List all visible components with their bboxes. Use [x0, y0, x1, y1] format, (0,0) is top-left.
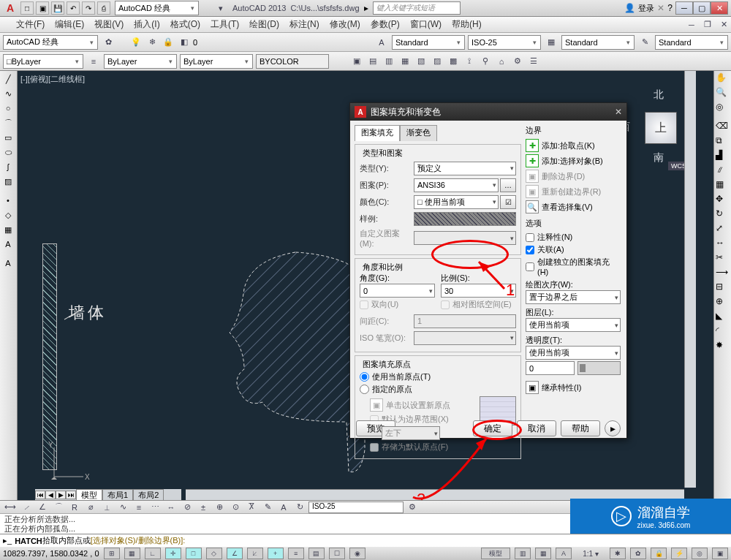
copy-icon[interactable]: ⧉ [716, 135, 729, 148]
insert-block-icon[interactable]: ▣ [349, 54, 364, 69]
dim-baseline-icon[interactable]: ≡ [132, 500, 146, 515]
inherit-icon[interactable]: ▣ [526, 381, 539, 394]
measure-icon[interactable]: ⟟ [462, 54, 477, 69]
rectangle-icon[interactable]: ▭ [1, 131, 15, 144]
qp-icon[interactable]: ☐ [329, 548, 345, 559]
layer-color-icon[interactable]: ◧ [177, 35, 192, 50]
help-button[interactable]: 帮助 [561, 420, 600, 436]
swatch-preview[interactable] [414, 212, 516, 226]
scale-combo[interactable]: 30▾ [441, 284, 516, 298]
color-combo[interactable]: □ ByLayer▾ [3, 54, 83, 69]
tab-gradient[interactable]: 渐变色 [400, 125, 437, 141]
app-icon[interactable]: A [3, 1, 18, 15]
center-mark-icon[interactable]: ⊕ [212, 500, 227, 515]
group-icon[interactable]: ▨ [430, 54, 444, 69]
associative-check[interactable] [526, 246, 534, 254]
cleanscreen-icon[interactable]: ▣ [712, 548, 728, 559]
signin-icon[interactable]: 👤 [624, 3, 635, 13]
text-style-icon[interactable]: A [374, 35, 389, 50]
trim-icon[interactable]: ✂ [716, 252, 729, 265]
color-picker-button[interactable]: ☑ [500, 195, 516, 209]
tab-next-icon[interactable]: ▶ [56, 491, 66, 499]
dialog-close-icon[interactable]: ✕ [615, 107, 622, 117]
lwt-icon[interactable]: ≡ [288, 548, 304, 559]
layer-tool-icon[interactable]: ≡ [86, 54, 101, 69]
mleader-style-icon[interactable]: ✎ [637, 35, 652, 50]
arc-icon[interactable]: ⌒ [1, 116, 15, 129]
angle-combo[interactable]: 0▾ [360, 284, 435, 298]
text-tool-icon[interactable]: A [1, 257, 15, 270]
qat-print-icon[interactable]: ⎙ [97, 1, 110, 15]
dim-style-combo[interactable]: ISO-25▾ [468, 35, 541, 50]
layer-combo-dlg[interactable]: 使用当前项▾ [526, 318, 621, 332]
sc-icon[interactable]: ◉ [349, 548, 366, 559]
layer-freeze-icon[interactable]: ❄ [145, 35, 159, 50]
text-style-combo[interactable]: Standard▾ [392, 35, 465, 50]
orbit-icon[interactable]: ◎ [716, 102, 729, 115]
menu-help[interactable]: 帮助(H) [452, 18, 482, 31]
line-icon[interactable]: ╱ [1, 72, 15, 86]
layer-lock-icon[interactable]: 🔒 [161, 35, 175, 50]
snapmode-icon[interactable]: ⊞ [104, 548, 120, 559]
pattern-combo[interactable]: ANSI36▾ [414, 178, 499, 192]
pan-icon[interactable]: ✋ [716, 72, 729, 86]
osnap-icon[interactable]: □ [186, 548, 202, 559]
otrack-icon[interactable]: ∠ [227, 548, 243, 559]
tolerance-icon[interactable]: ± [196, 500, 211, 515]
join-icon[interactable]: ⊕ [716, 296, 729, 309]
hardware-accel-icon[interactable]: ⚡ [671, 548, 687, 559]
array-icon[interactable]: ▦ [716, 179, 729, 192]
pattern-browse-button[interactable]: … [500, 178, 516, 192]
command-options[interactable]: [选择对象(S)/删除边界(B)]: [91, 535, 186, 546]
workspace-combo[interactable]: AutoCAD 经典▾ [115, 1, 199, 15]
layer-bulb-icon[interactable]: 💡 [129, 35, 143, 50]
cancel-button[interactable]: 取消 [517, 420, 556, 436]
break-icon[interactable]: ⊟ [716, 281, 729, 295]
draworder-combo[interactable]: 置于边界之后▾ [526, 290, 621, 304]
mleader-style-combo[interactable]: Standard▾ [655, 35, 728, 50]
menu-draw[interactable]: 绘图(D) [249, 18, 279, 31]
mtext-icon[interactable]: A [1, 238, 15, 251]
anno-scale-readout[interactable]: 1:1 ▾ [576, 546, 605, 560]
modelspace-button[interactable]: 模型 [481, 548, 510, 559]
add-pickpoint-icon[interactable]: ✚ [526, 139, 539, 152]
annovis-icon[interactable]: ✱ [610, 548, 626, 559]
dimstyle-combo-bar[interactable]: ISO-25 [308, 502, 404, 513]
polyline-icon[interactable]: ∿ [1, 87, 15, 100]
menu-dim[interactable]: 标注(N) [289, 18, 319, 31]
spline-icon[interactable]: ∫ [1, 160, 15, 173]
transparency-slider[interactable] [577, 361, 621, 375]
polarmode-icon[interactable]: ✛ [165, 548, 181, 559]
login-button[interactable]: 登录 [638, 3, 654, 14]
tab-last-icon[interactable]: ⏭ [66, 491, 76, 499]
color-combo-dlg[interactable]: □ 使用当前项▾ [414, 195, 499, 209]
ok-button[interactable]: 确定 [473, 420, 512, 436]
region-icon[interactable]: ◇ [1, 208, 15, 222]
linetype-combo[interactable]: ByLayer▾ [104, 54, 177, 69]
annotative-check[interactable] [526, 233, 534, 242]
isolate-icon[interactable]: ◎ [692, 548, 708, 559]
ws-switch-icon[interactable]: ✿ [630, 548, 646, 559]
view-selection-icon[interactable]: 🔍 [526, 200, 539, 213]
qat-undo-icon[interactable]: ↶ [67, 1, 80, 15]
explode-icon[interactable]: ✸ [716, 340, 729, 353]
toolbar-lock-icon[interactable]: 🔒 [651, 548, 667, 559]
coords-readout[interactable]: 10829.7397, 1580.0342 , 0 [3, 549, 99, 558]
qview-drawings-icon[interactable]: ▦ [535, 548, 551, 559]
qat-redo-icon[interactable]: ↷ [82, 1, 95, 15]
attribute-icon[interactable]: ▦ [398, 54, 412, 69]
erase-icon[interactable]: ⌫ [716, 121, 729, 134]
menu-insert[interactable]: 插入(I) [134, 18, 159, 31]
dim-linear-icon[interactable]: ⟷ [3, 500, 18, 515]
scale-icon[interactable]: ⤢ [716, 223, 729, 236]
extend-icon[interactable]: ⟶ [716, 267, 729, 280]
dim-arc-icon[interactable]: ⌒ [51, 500, 66, 515]
menu-view[interactable]: 视图(V) [94, 18, 124, 31]
tpy-icon[interactable]: ▤ [308, 548, 325, 559]
dim-space-icon[interactable]: ↔ [164, 500, 178, 515]
offset-icon[interactable]: ⫽ [716, 164, 729, 178]
ellipse-icon[interactable]: ⬭ [1, 145, 15, 159]
dim-break-icon[interactable]: ⊘ [180, 500, 194, 515]
add-select-icon[interactable]: ✚ [526, 154, 539, 167]
table-style-icon[interactable]: ▦ [544, 35, 558, 50]
